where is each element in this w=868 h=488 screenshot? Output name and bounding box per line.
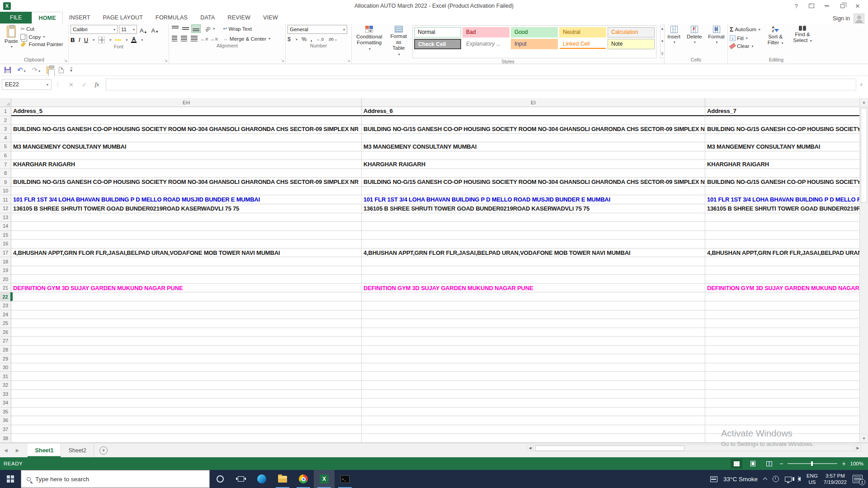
cell-r23c0[interactable]	[11, 301, 362, 310]
cell-r37c1[interactable]	[362, 425, 705, 434]
cell-r5c1[interactable]: M3 MANGEMENY CONSULTANY MUMBAI	[362, 142, 705, 151]
redo-button[interactable]: ↷▾	[32, 66, 41, 74]
cell-r24c1[interactable]	[362, 310, 705, 319]
cell-r29c1[interactable]	[362, 354, 705, 363]
cell-r28c0[interactable]	[11, 346, 362, 355]
row-header-12[interactable]: 12	[0, 204, 11, 213]
meet-now-icon[interactable]	[773, 476, 779, 482]
number-format-select[interactable]: General▾	[288, 25, 347, 34]
normal-view-button[interactable]	[731, 459, 742, 469]
cell-r10c0[interactable]	[11, 187, 362, 196]
cell-r11c2[interactable]: 101 FLR 1ST 3/4 LOHA BHAVAN BUILDING P D…	[705, 195, 859, 204]
tab-page-layout[interactable]: PAGE LAYOUT	[97, 12, 150, 23]
italic-button[interactable]: I	[78, 36, 80, 43]
wrap-text-button[interactable]: ↩Wrap Text	[223, 26, 252, 32]
cell-r38c1[interactable]	[362, 434, 705, 443]
cell-r36c0[interactable]	[11, 416, 362, 425]
cell-r34c0[interactable]	[11, 399, 362, 408]
cell-r1c1[interactable]: Address_6	[362, 107, 705, 116]
cell-r8c1[interactable]	[362, 169, 705, 178]
cell-r15c0[interactable]	[11, 231, 362, 240]
cell-r25c0[interactable]	[11, 319, 362, 328]
row-header-7[interactable]: 7	[0, 160, 11, 169]
cell-r2c2[interactable]	[705, 116, 859, 125]
file-explorer-button[interactable]	[272, 470, 293, 488]
page-layout-view-button[interactable]	[747, 459, 759, 469]
row-header-17[interactable]: 17	[0, 249, 11, 258]
cell-r7c1[interactable]: KHARGHAR RAIGARH	[362, 160, 705, 169]
delete-cells-button[interactable]: ✗Delete▾	[684, 25, 704, 56]
cell-r31c1[interactable]	[362, 372, 705, 381]
clear-button[interactable]: Clear▾	[730, 43, 760, 49]
row-header-16[interactable]: 16	[0, 239, 11, 249]
cell-r12c2[interactable]: 136105 B SHREE SHRUTI TOWER GOAD BUNDER0…	[705, 204, 859, 213]
cell-r16c0[interactable]	[11, 239, 362, 249]
increase-font-button[interactable]: A▲	[138, 25, 149, 34]
avatar[interactable]	[854, 14, 864, 23]
font-name-select[interactable]: Calibri▾	[71, 25, 118, 34]
cell-r3c2[interactable]: BUILDING NO-G/15 GANESH CO-OP HOUSING SO…	[705, 125, 859, 134]
cell-r7c0[interactable]: KHARGHAR RAIGARH	[11, 160, 362, 169]
style-check[interactable]: Check Cell	[414, 39, 461, 49]
row-header-2[interactable]: 2	[0, 116, 11, 125]
cell-r1c0[interactable]: Address_5	[11, 107, 362, 116]
cut-button[interactable]: ✂Cut	[20, 26, 63, 32]
cell-r35c1[interactable]	[362, 408, 705, 417]
show-hidden-icons-chevron[interactable]	[763, 478, 767, 482]
row-header-28[interactable]: 28	[0, 346, 11, 355]
cell-r22c2[interactable]	[705, 292, 859, 301]
zoom-in-button[interactable]: +	[842, 460, 845, 467]
bold-button[interactable]: B	[71, 37, 75, 43]
insert-cells-button[interactable]: ←Insert▾	[665, 25, 683, 56]
autosum-button[interactable]: ΣAutoSum▾	[730, 26, 760, 33]
cell-r17c0[interactable]: 4,BHUSHAN APPT,GRN FLOR FLR,JASAI,BELPAD…	[11, 249, 362, 258]
cell-r33c2[interactable]	[705, 390, 859, 399]
cell-r9c1[interactable]: BUILDING NO-G/15 GANESH CO-OP HOUSING SO…	[362, 178, 705, 187]
tab-review[interactable]: REVIEW	[221, 12, 257, 23]
row-header-32[interactable]: 32	[0, 381, 11, 390]
cell-r31c2[interactable]	[705, 372, 859, 381]
row-header-24[interactable]: 24	[0, 310, 11, 319]
column-header-EI[interactable]: EI	[362, 98, 705, 107]
cell-r2c0[interactable]	[11, 116, 362, 125]
format-as-table-button[interactable]: Format asTable ▾	[388, 25, 410, 58]
scroll-right-icon[interactable]: ▶	[854, 445, 861, 451]
decrease-decimal-button[interactable]: .00→	[328, 37, 338, 42]
scroll-down-icon[interactable]: ▼	[860, 434, 868, 443]
font-size-select[interactable]: 11▾	[119, 25, 137, 34]
row-header-25[interactable]: 25	[0, 319, 11, 328]
sign-in-link[interactable]: Sign in	[833, 15, 850, 22]
row-header-15[interactable]: 15	[0, 231, 11, 240]
style-bad[interactable]: Bad	[462, 27, 509, 38]
new-sheet-button[interactable]: +	[99, 446, 108, 455]
number-dialog-launcher-icon[interactable]: ↘	[347, 58, 350, 63]
help-button[interactable]: ?	[790, 1, 802, 10]
tab-insert[interactable]: INSERT	[63, 12, 97, 23]
cell-r13c0[interactable]	[11, 213, 362, 222]
save-icon[interactable]	[5, 67, 11, 73]
fill-color-button[interactable]	[115, 39, 121, 41]
row-header-38[interactable]: 38	[0, 434, 11, 443]
new-document-icon[interactable]	[59, 67, 64, 73]
cell-r4c2[interactable]	[705, 134, 859, 143]
cell-r33c1[interactable]	[362, 390, 705, 399]
row-header-21[interactable]: 21	[0, 284, 11, 293]
styles-more-icon[interactable]: ⊽	[660, 51, 664, 58]
cell-r28c1[interactable]	[362, 346, 705, 355]
cell-r33c0[interactable]	[11, 390, 362, 399]
cell-r3c0[interactable]: BUILDING NO-G/15 GANESH CO-OP HOUSING SO…	[11, 125, 362, 134]
cell-r14c1[interactable]	[362, 222, 705, 231]
cell-r26c1[interactable]	[362, 328, 705, 337]
minimize-button[interactable]	[821, 1, 833, 10]
style-good[interactable]: Good	[511, 27, 558, 38]
decrease-indent-button[interactable]: ←≡	[200, 36, 208, 42]
row-header-29[interactable]: 29	[0, 354, 11, 363]
cell-r4c0[interactable]	[11, 134, 362, 143]
cell-r13c2[interactable]	[705, 213, 859, 222]
row-header-18[interactable]: 18	[0, 257, 11, 266]
tab-file[interactable]: FILE	[0, 12, 32, 23]
fill-button[interactable]: ↓Fill▾	[730, 35, 760, 41]
font-dialog-launcher-icon[interactable]: ↘	[164, 58, 168, 63]
cell-r32c2[interactable]	[705, 381, 859, 390]
row-header-31[interactable]: 31	[0, 372, 11, 381]
